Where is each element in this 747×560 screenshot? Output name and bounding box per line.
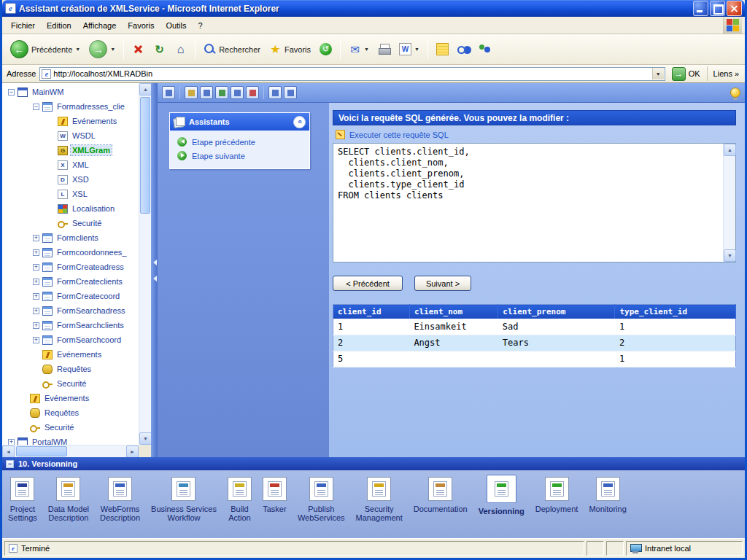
address-dropdown-icon[interactable]: ▼ (652, 68, 664, 79)
wizard-step-previous[interactable]: Etape précédente (171, 135, 308, 149)
expand-icon[interactable]: + (33, 235, 39, 241)
menu-item-affichage[interactable]: Affichage (77, 18, 123, 33)
expand-icon[interactable]: + (33, 279, 39, 285)
research-button[interactable] (454, 41, 473, 58)
module-business-services-workflow[interactable]: Business ServicesWorkflow (151, 477, 217, 522)
table-row[interactable]: 51 (333, 351, 736, 367)
forward-button[interactable]: → ▼ (85, 38, 119, 61)
scroll-down-icon[interactable]: ▼ (139, 432, 152, 445)
expand-icon[interactable]: + (33, 264, 39, 271)
tree-vertical-scrollbar[interactable]: ▲ ▼ (139, 83, 151, 445)
tree-item-requ-tes[interactable]: Requêtes (2, 405, 139, 420)
mail-button[interactable]: ✉▼ (345, 41, 373, 58)
tree-item-securit[interactable]: Securité (2, 376, 139, 391)
expand-icon[interactable]: + (33, 322, 39, 329)
tree-item-localisation[interactable]: Localisation (2, 201, 139, 216)
tree-item-xmlgram[interactable]: XMLGram (2, 143, 139, 158)
stop-button[interactable] (128, 41, 148, 58)
previous-button[interactable]: < Précédent (333, 276, 403, 291)
column-header-client-nom[interactable]: client_nom (409, 305, 498, 319)
messenger-button[interactable] (475, 41, 495, 58)
next-button[interactable]: Suivant > (414, 276, 471, 291)
menu-item-outils[interactable]: Outils (160, 18, 192, 33)
back-dropdown-icon[interactable]: ▼ (75, 47, 80, 52)
tree-item-xsl[interactable]: XSL (2, 187, 139, 201)
tree-item-securit[interactable]: Securité (2, 216, 139, 230)
column-header-client-id[interactable]: client_id (333, 305, 410, 319)
home-button[interactable]: ⌂ (171, 41, 190, 58)
tree-item-formcreateclients[interactable]: +FormCreateclients (2, 274, 139, 289)
design-icon[interactable] (185, 86, 198, 99)
scrollbar-thumb[interactable] (16, 446, 67, 456)
menu-item-fichier[interactable]: Fichier (5, 18, 41, 33)
scroll-right-icon[interactable]: ► (126, 446, 139, 458)
favorites-icon[interactable] (246, 86, 259, 99)
close-button[interactable] (727, 1, 742, 16)
collapse-icon[interactable]: − (8, 89, 15, 96)
address-input-box[interactable]: ▼ (39, 67, 665, 81)
module-monitoring[interactable]: Monitoring (589, 477, 626, 513)
table-icon[interactable] (284, 86, 297, 99)
favorites-button[interactable]: ★ Favoris (266, 41, 314, 58)
tree-item-xsd[interactable]: XSD (2, 172, 139, 187)
panel-splitter[interactable] (151, 83, 158, 457)
tree-item-formsearchadress[interactable]: +FormSearchadress (2, 303, 139, 318)
save-icon[interactable] (162, 86, 175, 99)
module-project-settings[interactable]: ProjectSettings (8, 477, 37, 522)
preview-icon[interactable] (200, 86, 213, 99)
menu-item-favoris[interactable]: Favoris (122, 18, 160, 33)
tree-item-securit[interactable]: Securité (2, 420, 139, 435)
address-input[interactable] (53, 69, 649, 78)
module-publish-webservices[interactable]: PublishWebServices (298, 477, 345, 522)
tree-horizontal-scrollbar[interactable]: ◄ ► (2, 445, 139, 457)
tree-item-requ-tes[interactable]: Requêtes (2, 362, 139, 376)
table-row[interactable]: 2AngstTears2 (333, 335, 736, 351)
scroll-up-icon[interactable]: ▲ (139, 83, 152, 96)
forward-dropdown-icon[interactable]: ▼ (110, 47, 115, 52)
expand-icon[interactable]: + (33, 308, 39, 314)
scroll-down-icon[interactable]: ▼ (724, 249, 736, 262)
tree-item-portalwm[interactable]: +PortalWM (2, 435, 139, 445)
table-row[interactable]: 1EinsamkeitSad1 (333, 319, 736, 335)
history-button[interactable]: ↺ (316, 41, 336, 58)
help-lightbulb-icon[interactable] (730, 88, 740, 98)
maximize-button[interactable] (710, 1, 725, 16)
scroll-up-icon[interactable]: ▲ (724, 144, 736, 156)
tree-item-formcoordonnees[interactable]: +Formcoordonnees_ (2, 245, 139, 260)
sql-scrollbar[interactable]: ▲ ▼ (723, 144, 735, 262)
sql-text[interactable]: SELECT clients.client_id, clients.client… (333, 144, 723, 262)
module-data-model-description[interactable]: Data ModelDescription (48, 477, 89, 522)
module-webforms-description[interactable]: WebFormsDescription (100, 477, 140, 522)
tree-item-ev-nements[interactable]: Evénements (2, 391, 139, 405)
go-button[interactable]: → OK (669, 67, 703, 81)
mail-icon[interactable] (215, 86, 228, 99)
discuss-button[interactable] (433, 41, 452, 58)
module-documentation[interactable]: Documentation (414, 477, 468, 513)
module-tasker[interactable]: Tasker (263, 477, 287, 513)
tree-item-wsdl[interactable]: WSDL (2, 128, 139, 143)
menu-item-edition[interactable]: Edition (41, 18, 77, 33)
tree-item-formcreatecoord[interactable]: +FormCreatecoord (2, 289, 139, 303)
module-build-action[interactable]: BuildAction (228, 477, 252, 522)
tree-item-formsearchcoord[interactable]: +FormSearchcoord (2, 332, 139, 347)
tree-item-mainwm[interactable]: −MainWM (2, 85, 139, 99)
module-versionning[interactable]: Versionning (479, 477, 525, 516)
tree-item-formclients[interactable]: +Formclients (2, 230, 139, 245)
links-button[interactable]: Liens » (707, 66, 742, 81)
collapse-icon[interactable]: − (33, 104, 39, 110)
expand-icon[interactable]: + (33, 249, 39, 256)
refresh-button[interactable]: ↻ (150, 41, 169, 58)
module-deployment[interactable]: Deployment (535, 477, 578, 513)
scroll-left-icon[interactable]: ◄ (2, 446, 15, 458)
column-header-type-client-id[interactable]: type_client_id (615, 305, 736, 319)
new-document-icon[interactable] (268, 86, 282, 99)
tree-item-ev-nements[interactable]: Evénements (2, 114, 139, 128)
tree-item-formsearchclients[interactable]: +FormSearchclients (2, 318, 139, 332)
search-button[interactable]: Rechercher (200, 41, 264, 58)
menu-item-[interactable]: ? (193, 18, 209, 33)
print-button[interactable] (374, 41, 394, 58)
section-header[interactable]: − 10. Versionning (2, 457, 745, 470)
expand-icon[interactable]: + (33, 337, 39, 343)
expand-icon[interactable]: + (8, 439, 15, 446)
tree-item-ev-nements[interactable]: Evénements (2, 347, 139, 362)
